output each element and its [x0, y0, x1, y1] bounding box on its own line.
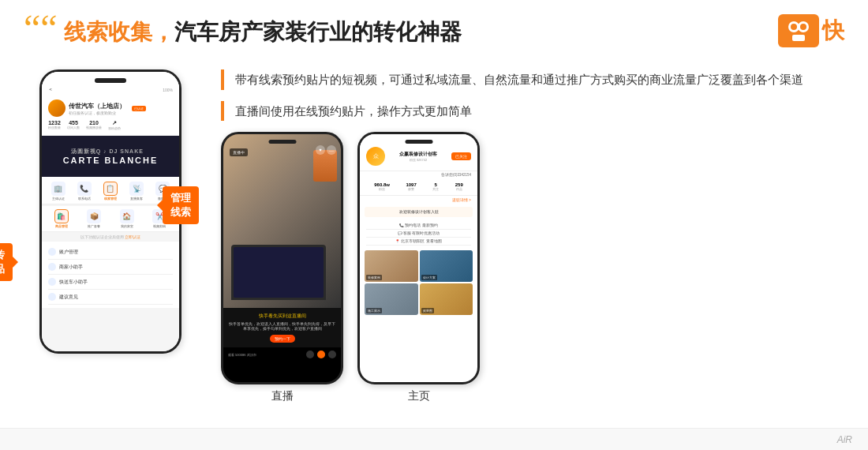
right-phone-mockup: 众 众赢装修设计创客 粉丝 926742 已关注 告诉您(0)3342154 9… — [357, 132, 480, 384]
live-background: 直播中 ♥ ⋯ — [223, 134, 341, 308]
header: ““ 线索收集，汽车房产家装行业的转化神器 快 — [0, 0, 868, 55]
right-contact: 告诉您(0)3342154 — [360, 171, 477, 178]
right-phone-top: 众 众赢装修设计创客 粉丝 926742 已关注 — [360, 134, 477, 171]
left-phone-screen: ＜ 100% 传世汽车（上地店） 初任服务认证，极度勤勤业 已认证 1232 — [42, 72, 179, 351]
upload-product-label: 上传 商品 — [0, 243, 13, 281]
right-info-service: 💬 客服 有限时优惠活动 — [366, 230, 471, 238]
menu-item-account[interactable]: 账户管理 — [48, 245, 173, 260]
phone-back-btn: ＜ — [48, 86, 53, 93]
profile-stats: 1232粉丝数量 455访问人数 210视频播放量 ↗涨粉趋势 — [48, 120, 173, 130]
desc-text-1: 带有线索预约贴片的短视频，可通过私域流量、自然流量和通过推广方式购买的商业流量广… — [235, 69, 836, 90]
desc-block-2: 直播间使用在线预约贴片，操作方式更加简单 — [221, 101, 836, 122]
right-stats-row: 960.8w粉丝 1097获赞 5关注 259作品 — [360, 178, 477, 196]
live-product-item — [313, 150, 337, 182]
live-title: 快手看先买到这直播间 — [228, 313, 336, 320]
nav-item-clues[interactable]: 📋 线索管理 — [103, 182, 118, 201]
right-grid: 装修案例 设计方案 施工展示 效果图 — [360, 247, 477, 318]
live-desc: 快手首单优先，欢迎进入人直播间，快手单先到先得，及早下单享优先，操手勾单到优先，… — [228, 322, 336, 332]
profile-sub: 初任服务认证，极度勤勤业 — [69, 111, 125, 115]
menu-item-car-assistant[interactable]: 快送车小助手 — [48, 275, 173, 290]
desc-block-1: 带有线索预约贴片的短视频，可通过私域流量、自然流量和通过推广方式购买的商业流量广… — [221, 69, 836, 90]
grid-item-1: 装修案例 — [365, 250, 418, 282]
left-phone-area: 上传 商品 ＜ 100% 传世汽车（上地店） 初任服务认证，极度勤勤业 — [24, 69, 197, 354]
svg-point-3 — [791, 24, 797, 30]
banner-dj: 汤圆新视Q ♪ DJ SNAKE — [63, 148, 159, 156]
phone-profile: 传世汽车（上地店） 初任服务认证，极度勤勤业 已认证 1232粉丝数量 455访… — [42, 96, 179, 136]
right-profile-name: 众赢装修设计创客 — [388, 151, 448, 158]
profile-name: 传世汽车（上地店） — [69, 102, 125, 111]
phone-banner: 汤圆新视Q ♪ DJ SNAKE CARTE BLANCHE — [42, 136, 179, 177]
nav-item-phone[interactable]: 📞 联系电话 — [77, 182, 92, 201]
laptop-shape — [231, 245, 326, 300]
verified-badge: 已认证 — [132, 106, 146, 111]
live-bottom-info: 快手看先买到这直播间 快手首单优先，欢迎进入人直播间，快手单先到先得，及早下单享… — [223, 308, 341, 348]
menu-item-assistant[interactable]: 商家小助手 — [48, 260, 173, 275]
grid-item-4: 效果图 — [420, 283, 473, 315]
right-info-rows: 📞 预约电话 最新预约 💬 客服 有限时优惠活动 📍 北京市朝阳区 查看地图 — [360, 220, 477, 247]
phone-signal: 100% — [163, 88, 173, 92]
phone-top-bar: ＜ 100% — [42, 72, 179, 96]
nav-item-live[interactable]: 📡 直播集客 — [129, 182, 144, 201]
live-top-icons: ♥ ⋯ — [316, 145, 336, 155]
logo-area: 快 — [778, 14, 844, 47]
right-avatar: 众 — [366, 147, 385, 166]
mid-phone-container: 直播中 ♥ ⋯ 快手看先买到这直播间 快手首单优先，欢迎进入人直播间，快手单先到… — [221, 132, 343, 403]
live-cta-button[interactable]: 预约一下 — [270, 335, 295, 343]
nav-item-auth[interactable]: 🏢 主体认证 — [51, 182, 65, 201]
quote-mark-icon: ““ — [24, 9, 58, 47]
logo-icon — [778, 14, 819, 47]
right-info-phone: 📞 预约电话 最新预约 — [366, 222, 471, 230]
grid-item-2: 设计方案 — [420, 250, 473, 282]
right-phone-label: 主页 — [357, 389, 480, 403]
svg-rect-5 — [792, 35, 805, 41]
page-title: 线索收集，汽车房产家装行业的转化神器 — [64, 17, 462, 47]
phone-menu: 账户管理 商家小助手 快送车小助手 建议意见 — [42, 242, 179, 308]
live-action-icons — [306, 351, 336, 358]
right-info-address: 📍 北京市朝阳区 查看地图 — [366, 238, 471, 246]
nav-item-promo[interactable]: 📦 推广套餐 — [87, 209, 101, 228]
verify-text: 以下功能认证企业后使用 立即认证 — [42, 232, 179, 242]
banner-title: CARTE BLANCHE — [63, 156, 159, 165]
bottom-bar: AiR — [0, 428, 868, 450]
grid-item-3: 施工展示 — [365, 283, 418, 315]
right-phone-container: 众 众赢装修设计创客 粉丝 926742 已关注 告诉您(0)3342154 9… — [357, 132, 480, 403]
live-bottom-bar: 观看 500086 武汉市 — [223, 347, 341, 362]
menu-item-feedback[interactable]: 建议意见 — [48, 290, 173, 305]
left-phone-mockup: ＜ 100% 传世汽车（上地店） 初任服务认证，极度勤勤业 已认证 1232 — [39, 69, 181, 354]
main-content: 上传 商品 ＜ 100% 传世汽车（上地店） 初任服务认证，极度勤勤业 — [0, 62, 868, 448]
right-desc-block: 欢迎装修设计创客入驻 — [365, 207, 473, 217]
mid-phone-mockup: 直播中 ♥ ⋯ 快手看先买到这直播间 快手首单优先，欢迎进入人直播间，快手单先到… — [221, 132, 343, 384]
svg-rect-0 — [778, 14, 819, 47]
manage-clues-label: 管理 线索 — [163, 186, 199, 224]
desc-area: 带有线索预约贴片的短视频，可通过私域流量、自然流量和通过推广方式购买的商业流量广… — [197, 69, 852, 403]
follow-button[interactable]: 已关注 — [451, 152, 471, 160]
right-profile-sub: 粉丝 926742 — [388, 158, 448, 162]
phones-row: 直播中 ♥ ⋯ 快手看先买到这直播间 快手首单优先，欢迎进入人直播间，快手单先到… — [221, 132, 836, 403]
nav-item-room[interactable]: 🏠 我的家室 — [120, 209, 134, 228]
svg-point-4 — [800, 24, 806, 30]
air-watermark: AiR — [837, 434, 852, 445]
live-badge: 直播中 — [230, 148, 248, 156]
logo-text: 快 — [822, 16, 844, 46]
right-orange-link[interactable]: 进驻详情 > — [360, 196, 477, 204]
mid-phone-label: 直播 — [221, 389, 343, 403]
right-name-area: 众赢装修设计创客 粉丝 926742 — [388, 151, 448, 162]
live-view-count: 观看 500086 武汉市 — [228, 353, 256, 357]
nav-item-products[interactable]: 🛍️ 商品管理 — [54, 209, 69, 228]
desc-text-2: 直播间使用在线预约贴片，操作方式更加简单 — [235, 101, 836, 122]
